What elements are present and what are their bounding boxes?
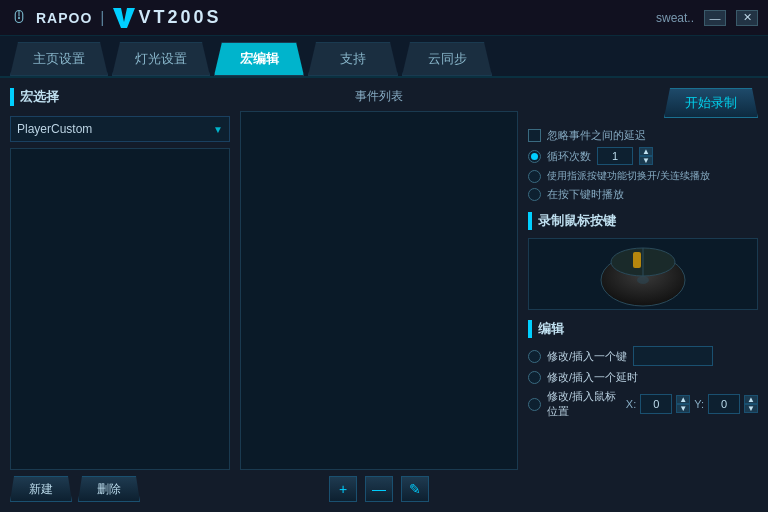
tab-support[interactable]: 支持 [308, 42, 398, 76]
new-macro-button[interactable]: 新建 [10, 476, 72, 502]
start-record-button[interactable]: 开始录制 [664, 88, 758, 118]
tab-macro-edit[interactable]: 宏编辑 [214, 42, 304, 76]
logo-v-icon [113, 8, 135, 28]
mouse-section-header: 录制鼠标按键 [528, 212, 758, 230]
tab-light-settings[interactable]: 灯光设置 [112, 42, 210, 76]
macro-select-header: 宏选择 [10, 88, 230, 106]
ignore-delay-row: 忽略事件之间的延迟 [528, 128, 758, 143]
macro-dropdown[interactable]: PlayerCustom ▼ [10, 116, 230, 142]
edit-option1-radio[interactable] [528, 350, 541, 363]
macro-select-title: 宏选择 [20, 88, 59, 106]
loop-decrement-button[interactable]: ▼ [639, 156, 653, 165]
x-increment-button[interactable]: ▲ [676, 395, 690, 404]
add-event-button[interactable]: + [329, 476, 357, 502]
y-spinner: ▲ ▼ [744, 395, 758, 413]
edit-section-header: 编辑 [528, 320, 758, 338]
logo-sep: | [100, 9, 104, 27]
main-content: 宏选择 PlayerCustom ▼ 新建 删除 事件列表 + — ✎ 开始录制… [0, 78, 768, 512]
edit-option2-row: 修改/插入一个延时 [528, 370, 758, 385]
loop-increment-button[interactable]: ▲ [639, 147, 653, 156]
edit-event-button[interactable]: ✎ [401, 476, 429, 502]
macro-list-area[interactable] [10, 148, 230, 470]
toggle-option-row: 使用指派按键功能切换开/关连续播放 [528, 169, 758, 183]
y-input[interactable] [708, 394, 740, 414]
title-logo: raPOO | VT200S [36, 7, 222, 28]
ignore-delay-checkbox[interactable] [528, 129, 541, 142]
right-panel: 开始录制 忽略事件之间的延迟 循环次数 1 ▲ ▼ 使用指派按键功能切换开/关连… [528, 88, 758, 502]
dropdown-arrow-icon: ▼ [213, 124, 223, 135]
edit-section-title: 编辑 [538, 320, 564, 338]
svg-marker-3 [113, 8, 135, 28]
edit-option2-radio[interactable] [528, 371, 541, 384]
loop-count-row: 循环次数 1 ▲ ▼ [528, 147, 758, 165]
svg-point-2 [18, 16, 20, 18]
loop-count-label: 循环次数 [547, 149, 591, 164]
svg-rect-7 [633, 252, 641, 268]
edit-option1-label: 修改/插入一个键 [547, 349, 627, 364]
x-spinner: ▲ ▼ [676, 395, 690, 413]
y-increment-button[interactable]: ▲ [744, 395, 758, 404]
title-bar: raPOO | VT200S sweat.. — ✕ [0, 0, 768, 36]
remove-event-button[interactable]: — [365, 476, 393, 502]
title-user: sweat.. [656, 11, 694, 25]
title-left: raPOO | VT200S [10, 7, 222, 28]
tab-main-settings[interactable]: 主页设置 [10, 42, 108, 76]
event-list-area[interactable] [240, 111, 518, 470]
hold-option-radio[interactable] [528, 188, 541, 201]
nav-bar: 主页设置 灯光设置 宏编辑 支持 云同步 [0, 36, 768, 78]
edit-option3-radio[interactable] [528, 398, 541, 411]
delete-macro-button[interactable]: 删除 [78, 476, 140, 502]
x-label: X: [626, 398, 636, 410]
options-section: 忽略事件之间的延迟 循环次数 1 ▲ ▼ 使用指派按键功能切换开/关连续播放 在… [528, 128, 758, 202]
edit-option3-row: 修改/插入鼠标位置 X: ▲ ▼ Y: ▲ ▼ [528, 389, 758, 419]
mouse-image [583, 242, 703, 307]
edit-section: 编辑 修改/插入一个键 修改/插入一个延时 修改/插入鼠标位置 X: ▲ [528, 320, 758, 419]
hold-option-label: 在按下键时播放 [547, 187, 624, 202]
edit-option1-input[interactable] [633, 346, 713, 366]
minimize-button[interactable]: — [704, 10, 726, 26]
x-decrement-button[interactable]: ▼ [676, 404, 690, 413]
tab-cloud-sync[interactable]: 云同步 [402, 42, 492, 76]
toggle-option-radio[interactable] [528, 170, 541, 183]
macro-select-value: PlayerCustom [17, 122, 92, 136]
edit-option1-row: 修改/插入一个键 [528, 346, 758, 366]
edit-section-bar [528, 320, 532, 338]
mouse-section: 录制鼠标按键 [528, 212, 758, 310]
y-decrement-button[interactable]: ▼ [744, 404, 758, 413]
mouse-section-title: 录制鼠标按键 [538, 212, 616, 230]
x-input[interactable] [640, 394, 672, 414]
section-bar-accent [10, 88, 14, 106]
logo-model: VT200S [139, 7, 222, 28]
svg-point-8 [637, 276, 649, 284]
loop-spinner: ▲ ▼ [639, 147, 653, 165]
logo-rapoo: raPOO [36, 10, 92, 26]
event-list-buttons: + — ✎ [240, 476, 518, 502]
loop-count-radio[interactable] [528, 150, 541, 163]
edit-option2-label: 修改/插入一个延时 [547, 370, 638, 385]
mouse-icon [10, 9, 28, 27]
left-panel: 宏选择 PlayerCustom ▼ 新建 删除 [10, 88, 230, 502]
mouse-image-box [528, 238, 758, 310]
mouse-section-bar [528, 212, 532, 230]
coord-group: X: ▲ ▼ Y: ▲ ▼ [626, 394, 758, 414]
loop-count-input[interactable]: 1 [597, 147, 633, 165]
close-button[interactable]: ✕ [736, 10, 758, 26]
ignore-delay-label: 忽略事件之间的延迟 [547, 128, 646, 143]
edit-option3-label: 修改/插入鼠标位置 [547, 389, 620, 419]
title-right: sweat.. — ✕ [656, 10, 758, 26]
center-panel: 事件列表 + — ✎ [240, 88, 518, 502]
toggle-option-label: 使用指派按键功能切换开/关连续播放 [547, 169, 710, 183]
event-list-title: 事件列表 [240, 88, 518, 105]
y-label: Y: [694, 398, 704, 410]
hold-option-row: 在按下键时播放 [528, 187, 758, 202]
left-buttons: 新建 删除 [10, 476, 230, 502]
